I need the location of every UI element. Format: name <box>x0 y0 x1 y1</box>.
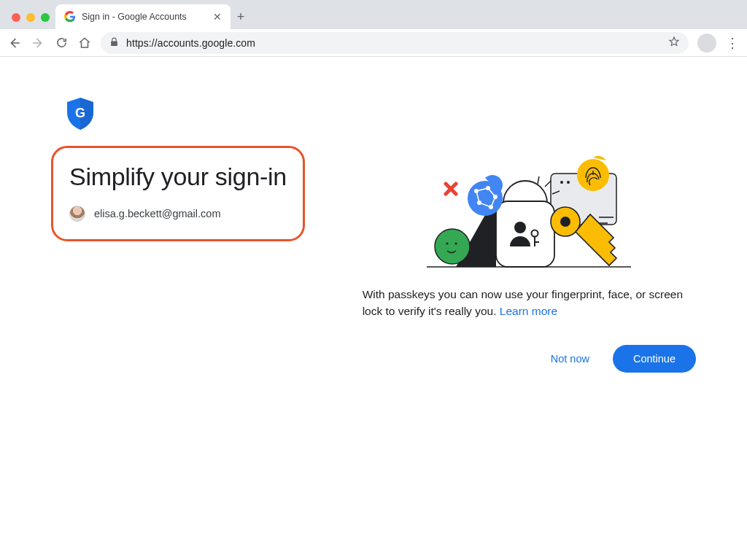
continue-button[interactable]: Continue <box>613 345 696 373</box>
window-close-icon[interactable] <box>12 13 20 22</box>
google-shield-icon: G <box>66 98 95 130</box>
bookmark-star-icon[interactable] <box>668 36 680 50</box>
arrow-left-icon <box>8 36 21 50</box>
passkey-illustration <box>412 152 646 268</box>
svg-line-13 <box>538 176 539 184</box>
svg-point-6 <box>455 242 457 244</box>
svg-point-5 <box>446 242 449 244</box>
reload-button[interactable] <box>54 36 69 50</box>
not-now-button[interactable]: Not now <box>542 346 598 372</box>
window-zoom-icon[interactable] <box>41 13 50 22</box>
pattern-icon <box>468 175 503 216</box>
face-icon <box>435 229 470 264</box>
url-text: https://accounts.google.com <box>126 37 661 49</box>
tab-strip: Sign in - Google Accounts ✕ + <box>0 0 747 29</box>
svg-point-4 <box>567 181 570 184</box>
svg-text:G: G <box>75 106 85 120</box>
learn-more-link[interactable]: Learn more <box>500 305 557 317</box>
tab-close-icon[interactable]: ✕ <box>213 11 222 23</box>
google-favicon-icon <box>64 11 76 23</box>
account-chip[interactable]: elisa.g.beckett@gmail.com <box>69 206 287 222</box>
tab-title: Sign in - Google Accounts <box>82 12 207 22</box>
home-icon <box>78 36 91 50</box>
page-content: G Simplify your sign-in elisa.g.beckett@… <box>0 57 747 373</box>
right-column: With passkeys you can now use your finge… <box>348 86 696 373</box>
lock-icon <box>109 37 119 49</box>
browser-tab[interactable]: Sign in - Google Accounts ✕ <box>55 4 231 29</box>
browser-chrome: Sign in - Google Accounts ✕ + https://ac… <box>0 0 747 57</box>
profile-avatar[interactable] <box>697 34 716 52</box>
svg-point-3 <box>560 181 563 184</box>
shield-logo: G <box>66 98 333 133</box>
page-headline: Simplify your sign-in <box>69 163 287 191</box>
arrow-right-icon <box>31 36 44 50</box>
forward-button[interactable] <box>31 36 45 50</box>
svg-line-12 <box>545 181 551 187</box>
fingerprint-icon <box>577 156 609 191</box>
headline-highlight-box: Simplify your sign-in elisa.g.beckett@gm… <box>51 146 305 241</box>
new-tab-button[interactable]: + <box>231 9 251 29</box>
description-text: With passkeys you can now use your finge… <box>363 286 696 320</box>
reload-icon <box>55 36 68 49</box>
svg-point-26 <box>560 217 570 227</box>
svg-point-8 <box>514 222 526 233</box>
home-button[interactable] <box>77 36 92 50</box>
window-controls[interactable] <box>6 13 55 29</box>
x-icon <box>446 184 456 194</box>
action-row: Not now Continue <box>363 345 696 373</box>
window-minimize-icon[interactable] <box>26 13 35 22</box>
account-email: elisa.g.beckett@gmail.com <box>94 208 220 219</box>
svg-rect-7 <box>496 201 554 267</box>
browser-menu-button[interactable]: ⋮ <box>725 35 740 51</box>
back-button[interactable] <box>7 36 22 50</box>
address-bar[interactable]: https://accounts.google.com <box>101 32 689 54</box>
account-avatar-icon <box>69 206 85 222</box>
left-column: G Simplify your sign-in elisa.g.beckett@… <box>51 86 348 373</box>
browser-toolbar: https://accounts.google.com ⋮ <box>0 29 747 57</box>
